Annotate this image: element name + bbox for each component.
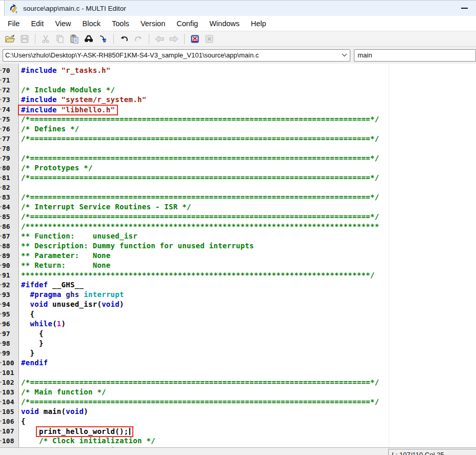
goto-line-button[interactable]: # <box>96 33 110 45</box>
line-number: 104 <box>0 397 18 407</box>
code-line[interactable]: ****************************************… <box>21 270 476 280</box>
code-line[interactable]: /*======================================… <box>21 212 476 222</box>
code-token: 1 <box>57 320 62 328</box>
code-token: print_hello_world(); <box>39 427 129 436</box>
copy-button[interactable] <box>53 33 67 45</box>
line-number: 105 <box>0 407 18 417</box>
code-line[interactable]: /* Main function */ <box>21 387 476 397</box>
code-line[interactable]: #endif <box>21 358 476 368</box>
text-caret <box>129 428 130 435</box>
find-button[interactable] <box>82 33 95 45</box>
menu-item-windows[interactable]: Windows <box>204 17 245 30</box>
code-token: void <box>30 300 48 308</box>
code-line[interactable]: } <box>21 348 476 358</box>
code-line[interactable]: { <box>21 417 476 426</box>
code-line[interactable]: print_hello_world(); <box>21 426 476 436</box>
code-line[interactable]: /*======================================… <box>21 192 476 202</box>
code-token: /*======================================… <box>21 115 379 123</box>
code-line[interactable]: #include "system/r_system.h" <box>21 95 476 105</box>
code-line[interactable]: #include "libhello.h" <box>21 105 476 114</box>
find-icon <box>84 34 94 44</box>
minimize-button[interactable] <box>457 1 472 16</box>
code-line[interactable]: { <box>21 329 476 339</box>
line-number: 82 <box>0 183 18 192</box>
forward-button[interactable] <box>167 33 181 45</box>
code-line[interactable]: { <box>21 309 476 319</box>
back-icon <box>154 35 165 43</box>
code-line[interactable]: /*======================================… <box>21 134 476 144</box>
menu-item-tools[interactable]: Tools <box>106 17 135 30</box>
code-line[interactable]: void unused_isr(void) <box>21 300 476 309</box>
code-line[interactable]: #include "r_tasks.h" <box>21 66 476 75</box>
line-number: 102 <box>0 378 18 387</box>
menu-item-version[interactable]: Version <box>135 17 171 30</box>
code-line[interactable]: /***************************************… <box>21 222 476 231</box>
code-line[interactable]: /* Defines */ <box>21 124 476 134</box>
code-line[interactable]: #ifdef __GHS__ <box>21 280 476 290</box>
code-line[interactable]: ** Function: unused_isr <box>21 231 476 241</box>
menu-item-view[interactable]: View <box>49 17 76 30</box>
code-token: void <box>66 407 84 416</box>
code-line[interactable]: /*======================================… <box>21 378 476 387</box>
line-number: 81 <box>0 173 18 183</box>
code-line[interactable]: /*======================================… <box>21 153 476 163</box>
menu-item-help[interactable]: Help <box>245 17 272 30</box>
code-token: /*======================================… <box>21 154 379 162</box>
menu-item-file[interactable]: File <box>2 17 25 30</box>
code-line[interactable]: /*======================================… <box>21 397 476 407</box>
code-line[interactable]: void main(void) <box>21 407 476 417</box>
code-token: ** Function: unused_isr <box>21 232 137 240</box>
close-all-button[interactable] <box>203 33 216 45</box>
undo-button[interactable] <box>117 33 131 45</box>
file-path-combobox[interactable] <box>3 49 350 62</box>
code-line[interactable]: /* Prototypes */ <box>21 163 476 173</box>
menu-item-config[interactable]: Config <box>171 17 204 30</box>
code-line[interactable]: /* Interrupt Service Routines - ISR */ <box>21 202 476 212</box>
chevron-down-icon[interactable] <box>339 50 350 61</box>
open-folder-button[interactable] <box>4 33 17 45</box>
file-path-input[interactable] <box>3 51 339 59</box>
window-title: source\app\main.c - MULTI Editor <box>23 5 126 12</box>
code-line[interactable]: #pragma ghs interrupt <box>21 290 476 300</box>
symbol-search-input[interactable] <box>354 49 476 62</box>
line-number: 101 <box>0 368 18 378</box>
code-token: while <box>30 320 52 328</box>
code-token: ( <box>52 320 57 328</box>
code-token: void <box>102 300 120 308</box>
menu-item-block[interactable]: Block <box>77 17 106 30</box>
code-line[interactable] <box>21 75 476 85</box>
code-line[interactable]: ** Parameter: None <box>21 251 476 261</box>
code-token: } <box>21 349 34 357</box>
paste-button[interactable] <box>68 33 81 45</box>
code-token: /*======================================… <box>21 134 379 143</box>
cut-button[interactable] <box>39 33 52 45</box>
menu-item-edit[interactable]: Edit <box>25 17 49 30</box>
back-button[interactable] <box>153 33 166 45</box>
code-line[interactable] <box>21 144 476 153</box>
line-number: 106 <box>0 417 18 426</box>
line-number: 75 <box>0 114 18 124</box>
code-token: /***************************************… <box>21 222 379 230</box>
code-line[interactable]: } <box>21 339 476 348</box>
code-line[interactable]: /*======================================… <box>21 114 476 124</box>
code-line[interactable] <box>21 183 476 192</box>
toolbar-separator <box>184 34 185 44</box>
multi-editor-window: source\app\main.c - MULTI Editor FileEdi… <box>0 0 476 455</box>
line-number: 91 <box>0 270 18 280</box>
close-file-button[interactable] <box>188 33 202 45</box>
code-area[interactable]: #include "r_tasks.h"/* Include Modules *… <box>21 64 476 447</box>
code-line[interactable]: /* Include Modules */ <box>21 85 476 95</box>
save-button[interactable] <box>18 33 31 45</box>
code-line[interactable]: while(1) <box>21 319 476 329</box>
highlight-box: print_hello_world(); <box>36 426 133 437</box>
code-line[interactable]: ** Description: Dummy function for unuse… <box>21 241 476 251</box>
code-line[interactable]: ** Return: None <box>21 261 476 270</box>
line-number: 80 <box>0 163 18 173</box>
line-number: 100 <box>0 358 18 368</box>
code-line[interactable]: /* Clock initialization */ <box>21 436 476 446</box>
line-number: 90 <box>0 261 18 270</box>
code-editor[interactable]: 7071727374757677787980818283848586878889… <box>0 64 476 447</box>
code-line[interactable]: /*======================================… <box>21 173 476 183</box>
redo-button[interactable] <box>132 33 145 45</box>
code-line[interactable] <box>21 368 476 378</box>
